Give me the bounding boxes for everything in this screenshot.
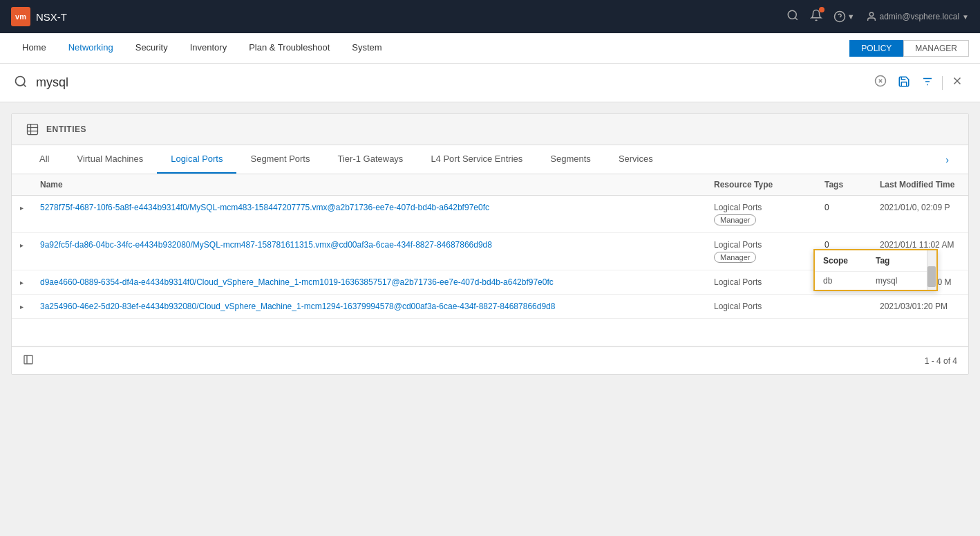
svg-rect-15 — [28, 124, 38, 135]
pagination-info: 1 - 4 of 4 — [925, 356, 957, 366]
search-divider — [942, 76, 943, 90]
user-label: admin@vsphere.local — [880, 12, 960, 21]
tab-virtual-machines[interactable]: Virtual Machines — [63, 145, 157, 174]
row1-expander[interactable]: ▸ — [12, 196, 32, 233]
svg-point-4 — [869, 12, 873, 16]
col-tags: Tags — [816, 174, 871, 196]
topbar: vm NSX-T ▼ admin@vsphere.local ▼ — [0, 0, 980, 33]
row1-tags: 0 — [816, 196, 871, 233]
manager-button[interactable]: MANAGER — [903, 40, 969, 57]
col-name: Name — [32, 174, 706, 196]
nav-security[interactable]: Security — [124, 33, 179, 64]
table-row: ▸ 3a254960-46e2-5d20-83ef-e4434b932080/C… — [12, 295, 968, 319]
row4-tags — [816, 295, 871, 319]
nav-plan-troubleshoot[interactable]: Plan & Troubleshoot — [238, 33, 341, 64]
table-header-row: Name Resource Type Tags Last Modified Ti… — [12, 174, 968, 196]
entities-label: ENTITIES — [46, 124, 86, 134]
search-filter-button[interactable] — [918, 73, 936, 93]
tab-bar: All Virtual Machines Logical Ports Segme… — [12, 145, 968, 174]
expand-icon: ▸ — [20, 303, 23, 311]
tab-tier1-gateways[interactable]: Tier-1 Gateways — [323, 145, 417, 174]
svg-point-5 — [16, 76, 25, 85]
expand-icon: ▸ — [20, 204, 23, 212]
entities-header: ENTITIES — [12, 114, 968, 145]
policy-button[interactable]: POLICY — [849, 40, 903, 57]
row1-name: 5278f75f-4687-10f6-5a8f-e4434b9314f0/MyS… — [32, 196, 706, 233]
tooltip-row: db mysql — [815, 272, 936, 290]
tab-segments[interactable]: Segments — [536, 145, 605, 174]
row2-name: 9a92fc5f-da86-04bc-34fc-e4434b932080/MyS… — [32, 233, 706, 270]
search-bar — [0, 64, 980, 102]
row1-resource-type: Logical Ports Manager — [706, 196, 816, 233]
panel-icon[interactable] — [23, 354, 34, 367]
svg-line-1 — [795, 17, 797, 19]
row4-expander[interactable]: ▸ — [12, 295, 32, 319]
svg-point-0 — [788, 10, 796, 19]
help-chevron: ▼ — [847, 12, 855, 21]
nav-home[interactable]: Home — [11, 33, 57, 64]
row2-expander[interactable]: ▸ — [12, 233, 32, 270]
vm-icon: vm — [11, 7, 30, 26]
user-menu[interactable]: admin@vsphere.local ▼ — [866, 11, 969, 22]
tags-tooltip: × Scope Tag db mysql — [813, 249, 938, 291]
row1-last-modified: 2021/01/0, 02:09 P — [871, 196, 968, 233]
col-last-modified: Last Modified Time — [871, 174, 968, 196]
tooltip-scrollbar[interactable] — [927, 250, 936, 290]
row3-link[interactable]: d9ae4660-0889-6354-df4a-e4434b9314f0/Clo… — [40, 277, 554, 287]
search-icon[interactable] — [786, 9, 799, 25]
help-icon[interactable]: ▼ — [833, 10, 855, 23]
tooltip-header: Scope Tag — [815, 250, 936, 272]
search-actions — [871, 72, 966, 93]
footer-left — [23, 354, 34, 367]
tab-segment-ports[interactable]: Segment Ports — [236, 145, 323, 174]
row4-link[interactable]: 3a254960-46e2-5d20-83ef-e4434b932080/Clo… — [40, 302, 555, 311]
row3-expander[interactable]: ▸ — [12, 270, 32, 295]
entities-icon — [26, 122, 39, 136]
row1-manager-badge: Manager — [714, 214, 756, 225]
table-container: Name Resource Type Tags Last Modified Ti… — [12, 174, 968, 346]
search-input[interactable] — [36, 75, 863, 90]
search-save-button[interactable] — [895, 73, 913, 93]
expand-icon: ▸ — [20, 241, 23, 249]
expand-icon: ▸ — [20, 279, 23, 286]
topbar-icons: ▼ admin@vsphere.local ▼ — [786, 9, 969, 25]
search-clear-button[interactable] — [871, 72, 889, 93]
tab-scroll-right[interactable]: › — [940, 146, 954, 174]
nav-mode-buttons: POLICY MANAGER — [849, 40, 969, 57]
col-resource-type: Resource Type — [706, 174, 816, 196]
nav-system[interactable]: System — [341, 33, 393, 64]
user-chevron: ▼ — [962, 13, 969, 21]
row2-link[interactable]: 9a92fc5f-da86-04bc-34fc-e4434b932080/MyS… — [40, 240, 492, 250]
row4-last-modified: 2021/03/01:20 PM — [871, 295, 968, 319]
nav-networking[interactable]: Networking — [57, 33, 124, 64]
notifications-icon[interactable] — [810, 9, 822, 25]
row1-link[interactable]: 5278f75f-4687-10f6-5a8f-e4434b9314f0/MyS… — [40, 203, 489, 212]
col-expand — [12, 174, 32, 196]
tab-services[interactable]: Services — [605, 145, 667, 174]
row3-name: d9ae4660-0889-6354-df4a-e4434b9314f0/Clo… — [32, 270, 706, 295]
tab-logical-ports[interactable]: Logical Ports — [157, 145, 236, 174]
svg-rect-19 — [24, 355, 32, 364]
tab-all[interactable]: All — [26, 145, 63, 174]
tab-l4-port-service[interactable]: L4 Port Service Entries — [417, 145, 536, 174]
logo: vm NSX-T — [11, 7, 67, 26]
row4-name: 3a254960-46e2-5d20-83ef-e4434b932080/Clo… — [32, 295, 706, 319]
svg-line-6 — [23, 84, 26, 86]
notification-dot — [819, 7, 824, 12]
row2-resource-type: Logical Ports Manager — [706, 233, 816, 270]
main-content: ENTITIES All Virtual Machines Logical Po… — [11, 113, 969, 375]
table-row: ▸ 5278f75f-4687-10f6-5a8f-e4434b9314f0/M… — [12, 196, 968, 233]
tooltip-scroll-thumb — [927, 266, 936, 287]
row2-manager-badge: Manager — [714, 252, 756, 263]
search-close-button[interactable] — [948, 72, 966, 93]
search-bar-icon — [14, 75, 28, 91]
empty-row — [12, 319, 968, 346]
row3-resource-type: Logical Ports — [706, 270, 816, 295]
app-title: NSX-T — [36, 11, 67, 23]
row4-resource-type: Logical Ports — [706, 295, 816, 319]
navbar: Home Networking Security Inventory Plan … — [0, 33, 980, 64]
nav-inventory[interactable]: Inventory — [179, 33, 238, 64]
table-footer: 1 - 4 of 4 — [12, 346, 968, 374]
